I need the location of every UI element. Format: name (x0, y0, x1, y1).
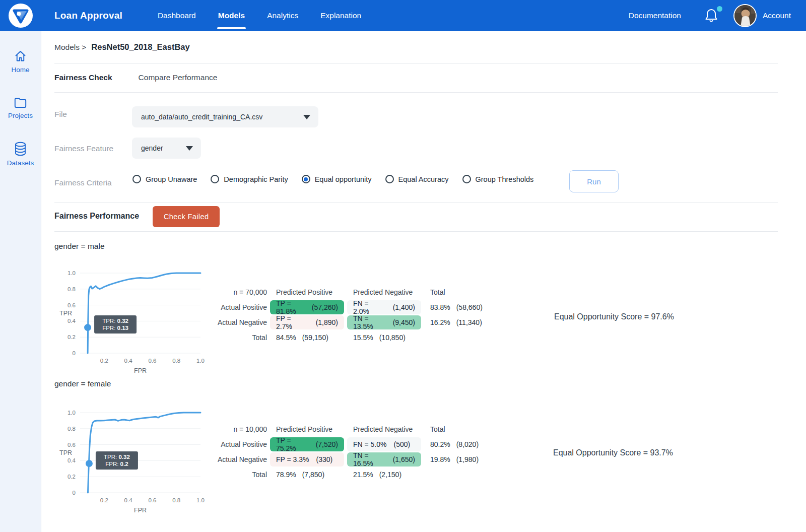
matrix-row-label: Actual Negative (217, 452, 267, 467)
sidebar: Home Projects Datasets (0, 31, 41, 532)
notifications-button[interactable] (704, 7, 719, 24)
svg-text:FPR: FPR (134, 507, 147, 514)
sidebar-item-home[interactable]: Home (0, 49, 41, 74)
tp-cell: TP = 75.2%(7,520) (270, 437, 344, 451)
row-total: 19.8%(1,980) (424, 452, 500, 467)
svg-text:0: 0 (73, 490, 76, 496)
svg-text:0.2: 0.2 (68, 334, 76, 340)
row-total: 16.2%(11,340) (424, 315, 500, 329)
radio-label: Demographic Parity (224, 175, 288, 183)
radio-group-thresholds[interactable]: Group Thresholds (462, 175, 534, 183)
breadcrumb-model-name: ResNet50_2018_EastBay (91, 42, 189, 51)
roc-chart-male[interactable]: 00.20.40.60.81.00.20.40.60.81.0TPRFPRTPR… (52, 263, 214, 380)
svg-text:0.8: 0.8 (68, 286, 76, 292)
file-label: File (54, 110, 67, 119)
tn-cell: TN = 16.5%(1,650) (347, 452, 421, 467)
page: Loan Approval Dashboard Models Analytics… (0, 0, 806, 532)
fp-cell: FP = 3.3%(330) (270, 452, 344, 467)
radio-label: Group Unaware (146, 175, 197, 183)
radio-label: Equal opportunity (315, 175, 372, 183)
file-dropdown[interactable]: auto_data/auto_credit_training_CA.csv (132, 106, 318, 127)
tab-fairness-check[interactable]: Fairness Check (54, 73, 112, 82)
sidebar-item-datasets[interactable]: Datasets (0, 142, 41, 167)
fairness-feature-value: gender (141, 144, 163, 152)
nav-models[interactable]: Models (218, 0, 245, 31)
svg-text:TPR: 0.32: TPR: 0.32 (104, 454, 130, 460)
radio-checked-icon (302, 175, 310, 183)
radio-demographic-parity[interactable]: Demographic Parity (211, 175, 288, 183)
nav-dashboard[interactable]: Dashboard (158, 0, 196, 31)
radio-group-unaware[interactable]: Group Unaware (132, 175, 197, 183)
svg-text:0.4: 0.4 (124, 358, 133, 364)
fairness-performance-label: Fairness Performance (54, 212, 139, 221)
radio-label: Group Thresholds (476, 175, 534, 183)
top-right-cluster: Documentation Account (629, 4, 806, 27)
nav-explanation[interactable]: Explanation (320, 0, 361, 31)
svg-text:0.6: 0.6 (148, 497, 156, 503)
fairness-feature-dropdown[interactable]: gender (132, 138, 201, 159)
folder-icon (14, 97, 27, 109)
fn-cell: FN = 5.0%(500) (347, 437, 421, 451)
sidebar-item-label: Home (11, 66, 29, 74)
app-title: Loan Approval (54, 10, 122, 21)
logo-triangle-icon (12, 7, 29, 24)
account-label[interactable]: Account (763, 11, 791, 20)
svg-text:0.8: 0.8 (172, 358, 180, 364)
svg-text:1.0: 1.0 (68, 270, 76, 276)
col-total: 21.5%(2,150) (347, 468, 421, 482)
file-dropdown-value: auto_data/auto_credit_training_CA.csv (141, 113, 262, 121)
divider (54, 63, 778, 64)
row-total: 80.2%(8,020) (424, 437, 500, 451)
confusion-matrix-male: n = 70,000 Predicted Positive Predicted … (217, 285, 500, 345)
matrix-n-label: n = 10,000 (217, 422, 267, 436)
check-failed-badge: Check Failed (153, 206, 220, 227)
col-total: 78.9%(7,850) (270, 468, 344, 482)
run-button[interactable]: Run (569, 170, 619, 192)
svg-text:0.6: 0.6 (68, 302, 76, 308)
radio-equal-opportunity[interactable]: Equal opportunity (302, 175, 372, 183)
matrix-row-label: Actual Negative (217, 315, 267, 329)
documentation-link[interactable]: Documentation (629, 11, 681, 20)
radio-icon (211, 175, 219, 183)
radio-icon (385, 175, 394, 183)
svg-text:0.2: 0.2 (100, 358, 108, 364)
roc-chart-female[interactable]: 00.20.40.60.81.00.20.40.60.81.0TPRFPRTPR… (52, 403, 214, 519)
matrix-row-label: Actual Positive (217, 300, 267, 314)
divider (54, 202, 778, 203)
confusion-matrix-female: n = 10,000 Predicted Positive Predicted … (217, 422, 500, 482)
svg-text:TPR: TPR (59, 449, 72, 456)
sidebar-item-label: Datasets (7, 159, 34, 167)
svg-text:FPR: 0.2: FPR: 0.2 (105, 461, 128, 467)
avatar[interactable] (733, 4, 757, 27)
svg-text:0.4: 0.4 (68, 457, 76, 463)
matrix-col-header: Predicted Positive (270, 285, 344, 299)
breadcrumb-section[interactable]: Models > (54, 43, 86, 51)
logo-circle (9, 4, 33, 28)
svg-text:1.0: 1.0 (196, 358, 205, 364)
nav-analytics[interactable]: Analytics (267, 0, 298, 31)
fairness-feature-label: Fairness Feature (54, 144, 113, 153)
radio-icon (462, 175, 471, 183)
col-total: 15.5%(10,850) (347, 330, 421, 345)
svg-text:0.8: 0.8 (172, 497, 180, 503)
tp-cell: TP = 81.8%(57,260) (270, 300, 344, 314)
matrix-row-label: Total (217, 330, 267, 345)
database-icon (14, 142, 27, 156)
radio-equal-accuracy[interactable]: Equal Accuracy (385, 175, 449, 183)
sidebar-item-projects[interactable]: Projects (0, 97, 41, 119)
equal-opportunity-score-male: Equal Opportunity Score = 97.6% (554, 312, 674, 321)
avatar-photo (734, 5, 757, 27)
bell-icon (704, 7, 718, 23)
svg-text:0.4: 0.4 (124, 497, 133, 503)
svg-text:0.2: 0.2 (100, 497, 108, 503)
matrix-col-header: Total (424, 422, 500, 436)
matrix-col-header: Predicted Negative (347, 422, 421, 436)
matrix-col-header: Predicted Negative (347, 285, 421, 299)
divider (54, 231, 778, 232)
tab-bar: Fairness Check Compare Performance (54, 73, 217, 82)
app-logo[interactable] (0, 4, 41, 28)
matrix-col-header: Total (424, 285, 500, 299)
tab-compare-performance[interactable]: Compare Performance (139, 73, 218, 82)
chevron-down-icon (186, 146, 193, 151)
tn-cell: TN = 13.5%(9,450) (347, 315, 421, 329)
